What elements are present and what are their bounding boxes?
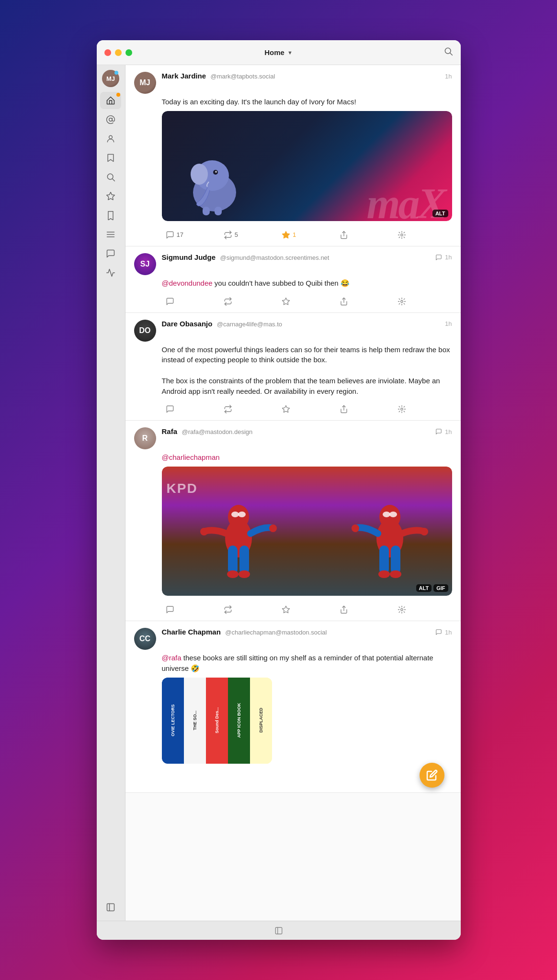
svg-rect-40 bbox=[391, 546, 400, 574]
post-5-time: 1h bbox=[445, 629, 452, 636]
post-2-avatar[interactable]: SJ bbox=[134, 253, 156, 275]
post-3-share[interactable] bbox=[336, 403, 394, 415]
post-4-reply[interactable] bbox=[162, 603, 220, 616]
post-2-boost[interactable] bbox=[220, 295, 278, 308]
search-button[interactable] bbox=[443, 46, 453, 58]
alt-label[interactable]: ALT bbox=[416, 584, 432, 592]
post-3-header: DO Dare Obasanjo @carnage4life@mas.to 1h bbox=[134, 320, 452, 342]
sidebar-item-activity[interactable] bbox=[100, 264, 121, 281]
svg-point-37 bbox=[269, 524, 277, 532]
sidebar-item-mentions[interactable] bbox=[100, 111, 121, 128]
svg-point-42 bbox=[390, 570, 401, 578]
svg-point-41 bbox=[378, 570, 390, 578]
post-3: DO Dare Obasanjo @carnage4life@mas.to 1h… bbox=[125, 313, 461, 421]
book-4: APP ICON BOOK bbox=[228, 678, 250, 764]
post-1-time: 1h bbox=[445, 73, 452, 80]
book-1-title: OVIE LECTORS bbox=[171, 704, 175, 736]
post-2-share[interactable] bbox=[336, 295, 394, 308]
share-icon-3 bbox=[340, 405, 348, 413]
post-3-para2: The box is the constraints of the proble… bbox=[162, 376, 452, 397]
post-5-avatar[interactable]: CC bbox=[134, 628, 156, 650]
post-5-mention-text[interactable]: @rafa bbox=[162, 654, 182, 662]
post-4-boost[interactable] bbox=[220, 603, 278, 616]
post-1-author: Mark Jardine bbox=[162, 72, 206, 80]
app-window: Home ▼ MJ bbox=[97, 40, 461, 940]
settings-icon-4 bbox=[398, 605, 406, 614]
post-1-avatar[interactable]: MJ bbox=[134, 72, 156, 94]
post-3-boost[interactable] bbox=[220, 403, 278, 415]
notification-badge bbox=[114, 71, 118, 75]
gif-label[interactable]: GIF bbox=[433, 584, 448, 592]
settings-icon bbox=[398, 231, 406, 239]
sidebar-item-search[interactable] bbox=[100, 168, 121, 186]
maximize-button[interactable] bbox=[125, 49, 132, 56]
sidebar-icon bbox=[106, 902, 115, 912]
feed: MJ Mark Jardine @mark@tapbots.social 1h … bbox=[125, 65, 461, 921]
post-5-body: @rafa these books are still sitting on m… bbox=[162, 653, 452, 674]
home-icon bbox=[106, 96, 115, 105]
sidebar-item-messages[interactable] bbox=[100, 245, 121, 262]
post-5-image: OVIE LECTORS THE SO... Sound Des... APP … bbox=[162, 678, 452, 764]
sidebar-item-lists[interactable] bbox=[100, 226, 121, 243]
compose-button[interactable] bbox=[420, 763, 444, 788]
post-4-more[interactable] bbox=[394, 603, 452, 616]
book-2-title: THE SO... bbox=[193, 711, 197, 730]
ribbon-icon bbox=[106, 211, 115, 220]
sidebar-item-bookmarks[interactable] bbox=[100, 149, 121, 167]
svg-point-50 bbox=[401, 609, 403, 611]
post-3-para1: One of the most powerful things leaders … bbox=[162, 345, 452, 366]
post-4-name-row: Rafa @rafa@mastodon.design 1h bbox=[162, 427, 452, 436]
post-1-reply[interactable]: 17 bbox=[162, 229, 220, 241]
star-icon-4 bbox=[282, 605, 290, 614]
traffic-lights bbox=[104, 49, 132, 56]
star-action-icon bbox=[282, 231, 290, 239]
titlebar-title[interactable]: Home ▼ bbox=[264, 48, 293, 56]
post-3-reply[interactable] bbox=[162, 403, 220, 415]
post-4-avatar[interactable]: R bbox=[134, 427, 156, 449]
post-2-more[interactable] bbox=[394, 295, 452, 308]
post-2-reply[interactable] bbox=[162, 295, 220, 308]
post-1-favorite[interactable]: 1 bbox=[278, 229, 336, 241]
post-3-more[interactable] bbox=[394, 403, 452, 415]
post-5-text: these books are still sitting on my shel… bbox=[162, 654, 433, 672]
post-3-avatar[interactable]: DO bbox=[134, 320, 156, 342]
reply-icon-3 bbox=[166, 405, 174, 413]
svg-rect-39 bbox=[379, 546, 389, 574]
at-icon bbox=[106, 115, 115, 124]
post-1-share[interactable] bbox=[336, 229, 394, 241]
svg-point-34 bbox=[231, 512, 239, 517]
post-2-favorite[interactable] bbox=[278, 295, 336, 308]
chevron-down-icon: ▼ bbox=[287, 50, 293, 56]
home-badge bbox=[116, 93, 120, 97]
post-1-more[interactable] bbox=[394, 229, 452, 241]
share-icon-4 bbox=[340, 605, 348, 614]
post-1-reply-count: 17 bbox=[177, 231, 183, 238]
svg-rect-51 bbox=[275, 927, 282, 934]
boost-icon-3 bbox=[224, 405, 232, 413]
post-4-favorite[interactable] bbox=[278, 603, 336, 616]
post-4-image: KPD ALT GIF bbox=[162, 467, 452, 596]
sidebar-item-home[interactable] bbox=[100, 92, 121, 109]
post-1-boost[interactable]: 5 bbox=[220, 229, 278, 241]
share-icon-2 bbox=[340, 297, 348, 306]
sidebar-item-saved[interactable] bbox=[100, 207, 121, 224]
post-3-author-row: Dare Obasanjo @carnage4life@mas.to bbox=[162, 320, 283, 328]
sidebar-item-profile[interactable] bbox=[100, 130, 121, 147]
alt-badge-post1[interactable]: ALT bbox=[432, 210, 448, 217]
search-sidebar-icon bbox=[106, 172, 115, 182]
post-2: SJ Sigmund Judge @sigmund@mastodon.scree… bbox=[125, 246, 461, 313]
post-3-favorite[interactable] bbox=[278, 403, 336, 415]
user-avatar-wrapper[interactable]: MJ bbox=[102, 70, 119, 87]
post-1-body: Today is an exciting day. It's the launc… bbox=[162, 97, 452, 107]
svg-marker-6 bbox=[107, 192, 115, 200]
gif-badge-post4: ALT GIF bbox=[416, 584, 448, 592]
post-4-share[interactable] bbox=[336, 603, 394, 616]
sidebar-item-favorites[interactable] bbox=[100, 188, 121, 205]
post-2-mention[interactable]: @devondundee bbox=[162, 279, 213, 287]
post-5: CC Charlie Chapman @charliechapman@masto… bbox=[125, 621, 461, 793]
post-4-mention-text[interactable]: @charliechapman bbox=[162, 453, 220, 461]
sidebar-toggle[interactable] bbox=[100, 899, 121, 916]
close-button[interactable] bbox=[104, 49, 111, 56]
avatar-initials: MJ bbox=[106, 75, 115, 82]
minimize-button[interactable] bbox=[115, 49, 122, 56]
